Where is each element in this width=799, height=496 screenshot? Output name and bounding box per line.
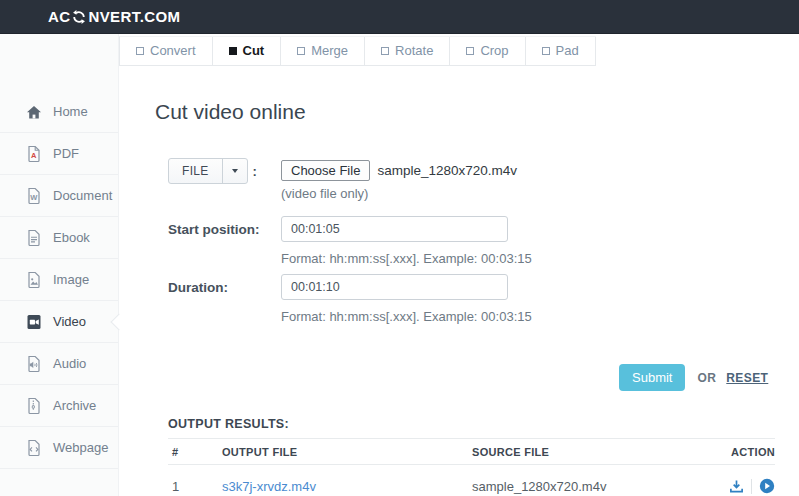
top-header-bar: AC NVERT.COM xyxy=(0,0,799,34)
tab-rotate[interactable]: Rotate xyxy=(365,37,450,66)
reset-link[interactable]: RESET xyxy=(726,371,768,385)
tab-convert[interactable]: Convert xyxy=(120,37,213,66)
sidebar-item-label: Ebook xyxy=(53,230,90,245)
sidebar-item-label: Webpage xyxy=(53,440,108,455)
archive-file-icon xyxy=(24,396,44,416)
square-icon xyxy=(466,47,474,55)
play-icon[interactable] xyxy=(759,478,775,494)
tab-label: Crop xyxy=(480,43,508,58)
sidebar: Home A PDF W Document Ebook xyxy=(0,34,119,496)
results-table-header: # OUTPUT FILE SOURCE FILE ACTION xyxy=(168,438,775,465)
sidebar-item-video[interactable]: Video xyxy=(0,301,118,343)
tab-crop[interactable]: Crop xyxy=(450,37,525,66)
sidebar-item-home[interactable]: Home xyxy=(0,91,118,133)
sidebar-item-pdf[interactable]: A PDF xyxy=(0,133,118,175)
sidebar-item-document[interactable]: W Document xyxy=(0,175,118,217)
column-header-num: # xyxy=(168,446,222,458)
sidebar-item-label: PDF xyxy=(53,146,79,161)
sidebar-item-label: Document xyxy=(53,188,112,203)
square-icon xyxy=(229,47,237,55)
sidebar-item-audio[interactable]: Audio xyxy=(0,343,118,385)
column-header-source-file: SOURCE FILE xyxy=(472,446,722,458)
file-colon: : xyxy=(253,164,257,179)
square-icon xyxy=(542,47,550,55)
ebook-icon xyxy=(24,228,44,248)
convert-arrows-icon xyxy=(70,9,88,25)
image-file-icon xyxy=(24,270,44,290)
start-position-label: Start position: xyxy=(168,222,260,237)
square-icon xyxy=(297,47,305,55)
word-document-icon: W xyxy=(24,186,44,206)
row-number: 1 xyxy=(168,479,222,494)
sidebar-item-ebook[interactable]: Ebook xyxy=(0,217,118,259)
sidebar-item-label: Image xyxy=(53,272,89,287)
svg-text:A: A xyxy=(31,151,37,160)
tab-pad[interactable]: Pad xyxy=(526,37,596,66)
or-separator: OR xyxy=(697,371,716,385)
output-file-link[interactable]: s3k7j-xrvdz.m4v xyxy=(222,479,316,494)
pdf-file-icon: A xyxy=(24,144,44,164)
square-icon xyxy=(136,47,144,55)
choose-file-button[interactable]: Choose File xyxy=(281,160,370,181)
square-icon xyxy=(381,47,389,55)
sidebar-item-label: Video xyxy=(53,314,86,329)
video-file-icon xyxy=(24,312,44,332)
webpage-file-icon xyxy=(24,438,44,458)
tool-tabs: Convert Cut Merge Rotate Crop Pad xyxy=(119,36,596,66)
sidebar-item-label: Audio xyxy=(53,356,86,371)
duration-label: Duration: xyxy=(168,280,228,295)
start-position-input[interactable] xyxy=(281,216,508,242)
aconvert-logo[interactable]: AC NVERT.COM xyxy=(48,8,180,25)
tab-cut[interactable]: Cut xyxy=(213,37,282,66)
file-source-label: FILE xyxy=(169,159,222,183)
start-position-format-hint: Format: hh:mm:ss[.xxx]. Example: 00:03:1… xyxy=(281,251,532,266)
file-source-dropdown[interactable]: FILE xyxy=(168,158,248,184)
tab-label: Cut xyxy=(243,43,265,58)
sidebar-item-label: Archive xyxy=(53,398,96,413)
duration-format-hint: Format: hh:mm:ss[.xxx]. Example: 00:03:1… xyxy=(281,309,532,324)
logo-text-suffix: NVERT.COM xyxy=(88,8,180,25)
submit-button[interactable]: Submit xyxy=(619,364,685,391)
home-icon xyxy=(24,102,44,122)
audio-file-icon xyxy=(24,354,44,374)
tab-merge[interactable]: Merge xyxy=(281,37,365,66)
tab-label: Merge xyxy=(311,43,348,58)
source-file-name: sample_1280x720.m4v xyxy=(472,479,722,494)
file-type-hint: (video file only) xyxy=(281,186,368,201)
logo-text-prefix: AC xyxy=(48,8,70,25)
column-header-output-file: OUTPUT FILE xyxy=(222,446,472,458)
svg-text:W: W xyxy=(30,193,38,202)
results-table: # OUTPUT FILE SOURCE FILE ACTION 1 s3k7j… xyxy=(168,438,775,496)
sidebar-item-label: Home xyxy=(53,104,88,119)
duration-input[interactable] xyxy=(281,274,508,300)
download-icon[interactable] xyxy=(729,479,744,494)
column-header-action: ACTION xyxy=(722,446,775,458)
chevron-down-icon xyxy=(232,169,238,173)
dropdown-caret-button[interactable] xyxy=(222,159,247,183)
output-results-title: OUTPUT RESULTS: xyxy=(168,417,289,431)
sidebar-item-archive[interactable]: Archive xyxy=(0,385,118,427)
sidebar-item-image[interactable]: Image xyxy=(0,259,118,301)
tab-label: Pad xyxy=(556,43,579,58)
page-title: Cut video online xyxy=(155,100,306,124)
tab-label: Convert xyxy=(150,43,196,58)
action-separator xyxy=(751,479,752,494)
table-row: 1 s3k7j-xrvdz.m4v sample_1280x720.m4v xyxy=(168,465,775,496)
sidebar-item-webpage[interactable]: Webpage xyxy=(0,427,118,469)
selected-filename: sample_1280x720.m4v xyxy=(377,163,517,178)
tab-label: Rotate xyxy=(395,43,433,58)
